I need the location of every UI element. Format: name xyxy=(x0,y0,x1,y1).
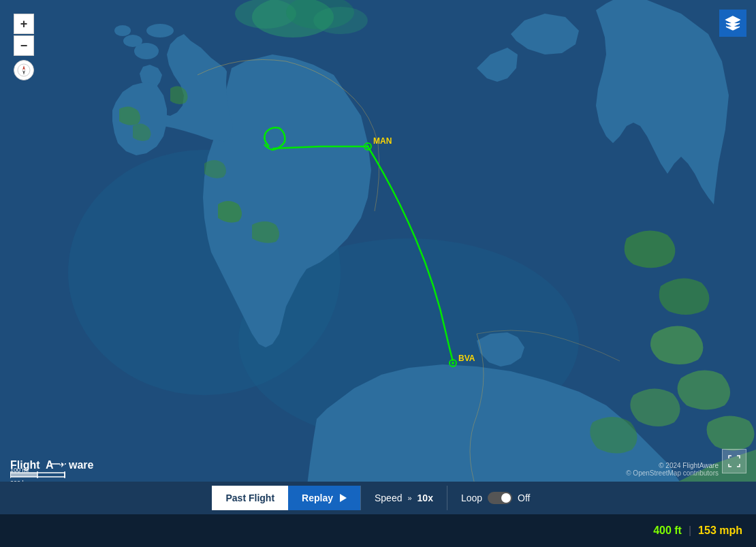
map-attribution: © 2024 FlightAware © OpenStreetMap contr… xyxy=(626,462,719,477)
zoom-out-button[interactable]: − xyxy=(14,35,34,56)
compass-button[interactable] xyxy=(14,60,34,80)
svg-text:100 mi: 100 mi xyxy=(10,467,29,473)
svg-text:MAN: MAN xyxy=(373,136,392,146)
play-icon xyxy=(340,494,347,502)
svg-point-12 xyxy=(366,145,369,148)
replay-button[interactable]: Replay xyxy=(288,486,360,510)
zoom-in-button[interactable]: + xyxy=(14,14,34,34)
speed-value: 153 mph xyxy=(698,525,742,537)
speed-control[interactable]: Speed » 10x xyxy=(361,493,447,503)
status-divider: | xyxy=(689,525,691,537)
map-container: MAN BVA + − Flight A xyxy=(0,0,756,514)
speed-chevrons: » xyxy=(407,494,411,502)
past-flight-button[interactable]: Past Flight xyxy=(212,486,288,510)
status-bar: 400 ft | 153 mph xyxy=(0,514,756,547)
loop-toggle[interactable] xyxy=(488,492,512,504)
map-background: MAN BVA xyxy=(0,0,756,514)
svg-point-5 xyxy=(146,24,174,37)
toggle-knob xyxy=(501,493,511,503)
svg-point-6 xyxy=(114,25,131,36)
svg-point-4 xyxy=(123,35,142,47)
control-bar: Past Flight Replay Speed » 10x Loop Off xyxy=(0,482,756,514)
svg-point-10 xyxy=(313,7,368,34)
svg-point-14 xyxy=(452,362,454,364)
loop-control[interactable]: Loop Off xyxy=(447,492,544,504)
svg-text:ware: ware xyxy=(68,459,94,471)
svg-text:BVA: BVA xyxy=(458,354,475,363)
fullscreen-button[interactable] xyxy=(722,449,746,473)
layer-button[interactable] xyxy=(719,10,746,37)
altitude-value: 400 ft xyxy=(653,525,682,537)
